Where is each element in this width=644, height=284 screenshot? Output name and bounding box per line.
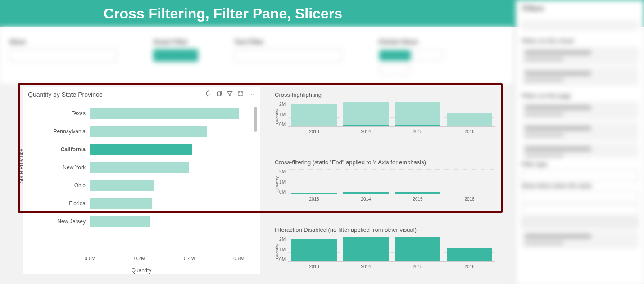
ytick: 2M	[276, 169, 286, 174]
hbar-bar[interactable]	[90, 180, 154, 191]
mini-bar[interactable]	[395, 169, 440, 194]
filter-card-quantity[interactable]	[522, 47, 639, 65]
hbar-bar[interactable]	[90, 108, 239, 119]
mini-bar[interactable]	[343, 237, 389, 261]
ytick: 0M	[276, 257, 286, 262]
ytick: 2M	[276, 237, 286, 242]
x-axis-title: Quantity	[23, 267, 260, 274]
ytick: 2M	[276, 102, 286, 107]
mini-title-highlight: Cross-highlighting	[275, 91, 495, 98]
smart-filter-chip[interactable]	[153, 49, 198, 62]
show-items-value[interactable]	[522, 204, 639, 215]
mini-bar[interactable]	[395, 237, 440, 261]
mini-x-tick: 2014	[361, 264, 371, 269]
hbar-bar[interactable]	[90, 216, 150, 227]
hbar-row[interactable]: Pennsylvania	[23, 126, 251, 137]
mini-bar[interactable]	[395, 102, 440, 126]
mini-x-tick: 2016	[464, 264, 474, 269]
mini-title-filter: Cross-filtering (static "End" applied to…	[275, 159, 495, 166]
visual-header: Quantity by State Province ···	[23, 87, 260, 100]
hbar-bar[interactable]	[90, 162, 189, 173]
ytick: 1M	[276, 180, 286, 185]
mini-xaxis: 2013201420152016	[288, 129, 495, 134]
show-items-select[interactable]	[522, 192, 639, 203]
filter-card-expanded[interactable]	[522, 143, 639, 158]
slicer-block[interactable]: Slicer	[9, 38, 117, 78]
copy-icon[interactable]	[216, 90, 222, 99]
more-options-icon[interactable]: ···	[248, 90, 255, 99]
x-tick: 0.0M	[85, 256, 95, 261]
chiclet-slicer-block[interactable]: Chiclet Slicer	[378, 38, 445, 78]
text-filter-label: Text Filter	[234, 38, 342, 45]
hbar-row[interactable]: Ohio	[23, 180, 251, 191]
mini-xaxis: 2013201420152016	[288, 264, 495, 269]
hbar-row[interactable]: Florida	[23, 198, 251, 209]
mini-bar[interactable]	[343, 169, 389, 194]
filter-card-state[interactable]	[522, 68, 639, 86]
mini-plot-highlight: Quantity 2M 1M 0M 2013201420152016	[288, 102, 495, 133]
ytick: 1M	[276, 247, 286, 252]
mini-x-tick: 2016	[464, 197, 474, 202]
mini-bar[interactable]	[447, 237, 492, 261]
mini-bar[interactable]	[291, 237, 337, 261]
filter-card-region[interactable]	[522, 230, 639, 248]
ytick: 0M	[276, 189, 286, 194]
mini-bar[interactable]	[291, 102, 337, 126]
hbar-row[interactable]: Texas	[23, 108, 251, 119]
slicer-row-blurred: Slicer Smart Filter Text Filter Chiclet …	[0, 27, 513, 83]
mini-bar[interactable]	[447, 169, 492, 194]
mini-x-tick: 2015	[413, 264, 422, 269]
mini-x-tick: 2015	[413, 197, 422, 202]
report-canvas: Quantity by State Province ··· State Pro…	[0, 83, 513, 284]
slicer-dropdown[interactable]	[9, 49, 117, 62]
hbar-bar[interactable]	[90, 198, 152, 209]
ytick: 0M	[276, 122, 286, 127]
hbar-category-label: Pennsylvania	[23, 128, 90, 135]
hbar-row[interactable]: New York	[23, 162, 251, 173]
hbar-category-label: New Jersey	[23, 218, 90, 225]
cross-filtering-visual[interactable]: Cross-filtering (static "End" applied to…	[275, 159, 495, 201]
mini-x-tick: 2013	[309, 129, 319, 134]
filter-card-category[interactable]	[522, 102, 639, 120]
filters-on-visual-header: Filters on this visual	[522, 38, 639, 44]
filter-type-select[interactable]	[522, 170, 639, 181]
mini-bar[interactable]	[343, 102, 389, 126]
text-filter-input[interactable]	[234, 49, 342, 62]
mini-bar[interactable]	[447, 102, 492, 126]
mini-x-tick: 2013	[309, 264, 319, 269]
smart-filter-block[interactable]: Smart Filter	[153, 38, 198, 78]
hbar-row[interactable]: New Jersey	[23, 216, 251, 227]
text-filter-block[interactable]: Text Filter	[234, 38, 342, 78]
mini-yaxis: 2M 1M 0M	[276, 237, 286, 262]
hbar-category-label: California	[23, 146, 90, 153]
x-axis: 0.0M0.2M0.4M0.6M	[90, 256, 251, 266]
interaction-disabled-visual[interactable]: Interaction Disabled (no filter applied …	[275, 226, 495, 268]
filter-card-city[interactable]	[522, 122, 639, 140]
mini-title-disabled: Interaction Disabled (no filter applied …	[275, 226, 495, 233]
mini-xaxis: 2013201420152016	[288, 197, 495, 202]
pin-icon[interactable]	[205, 90, 211, 99]
mini-x-tick: 2013	[309, 197, 319, 202]
visual-header-icons: ···	[205, 90, 255, 99]
mini-x-tick: 2014	[361, 129, 371, 134]
mini-bar[interactable]	[291, 169, 337, 194]
hbar-row[interactable]: California	[23, 144, 251, 155]
x-tick: 0.6M	[233, 256, 244, 261]
chiclet-row[interactable]	[378, 49, 445, 78]
svg-rect-0	[218, 92, 221, 96]
apply-filter-button[interactable]	[522, 217, 639, 228]
filter-icon[interactable]	[227, 90, 233, 99]
hbar-bar[interactable]	[90, 126, 207, 137]
hbar-category-label: Florida	[23, 200, 90, 207]
mini-yaxis: 2M 1M 0M	[276, 102, 286, 127]
mini-x-tick: 2014	[361, 197, 371, 202]
page-banner: Cross Filtering, Filter Pane, Slicers	[0, 0, 644, 27]
mini-x-tick: 2015	[413, 129, 422, 134]
smart-filter-label: Smart Filter	[153, 38, 198, 45]
mini-plot-disabled: Quantity 2M 1M 0M 2013201420152016	[288, 237, 495, 268]
x-tick: 0.2M	[134, 256, 145, 261]
quantity-by-state-visual[interactable]: Quantity by State Province ··· State Pro…	[23, 87, 260, 274]
cross-highlighting-visual[interactable]: Cross-highlighting Quantity 2M 1M 0M 201…	[275, 91, 495, 133]
hbar-bar[interactable]	[90, 144, 192, 155]
focus-mode-icon[interactable]	[237, 90, 244, 99]
